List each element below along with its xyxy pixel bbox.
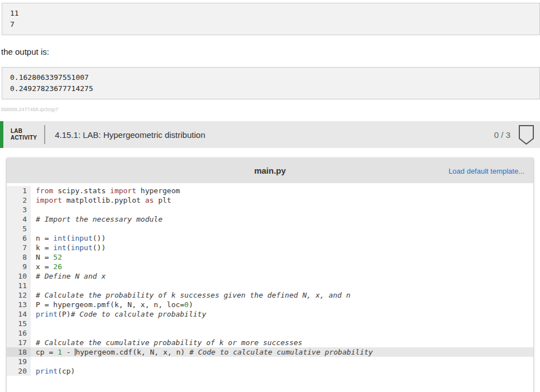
code-line[interactable]: 3 bbox=[7, 205, 533, 214]
code-line[interactable]: 19 bbox=[7, 357, 533, 366]
code-line-text bbox=[31, 281, 533, 290]
code-line-text: # Calculate the probability of k success… bbox=[31, 290, 533, 300]
line-number: 11 bbox=[7, 281, 31, 290]
line-number: 6 bbox=[7, 233, 31, 243]
code-line[interactable]: 10# Define N and x bbox=[7, 271, 533, 281]
line-number: 5 bbox=[7, 224, 31, 233]
code-line-text bbox=[31, 328, 533, 338]
code-line-text: from scipy.stats import hypergeom bbox=[31, 186, 533, 195]
divider bbox=[44, 125, 45, 144]
line-number: 18 bbox=[7, 347, 31, 357]
line-number: 4 bbox=[7, 214, 31, 224]
code-line[interactable]: 11 bbox=[7, 281, 533, 290]
code-line[interactable]: 14print(P)# Code to calculate probabilit… bbox=[7, 309, 533, 319]
shield-badge-icon bbox=[518, 125, 534, 145]
code-line-text: N = 52 bbox=[31, 252, 533, 262]
line-number: 17 bbox=[7, 338, 31, 347]
editor-header: main.py Load default template... bbox=[7, 158, 533, 183]
code-line-text bbox=[31, 357, 533, 366]
line-number: 15 bbox=[7, 319, 31, 328]
code-lines: 1from scipy.stats import hypergeom2impor… bbox=[7, 186, 533, 376]
code-line-text: # Import the necessary module bbox=[31, 214, 533, 224]
line-number: 19 bbox=[7, 357, 31, 366]
code-line[interactable]: 16 bbox=[7, 328, 533, 338]
input-line: 7 bbox=[10, 19, 532, 30]
line-number: 1 bbox=[7, 186, 31, 195]
line-number: 10 bbox=[7, 271, 31, 281]
lab-score: 0 / 3 bbox=[494, 130, 510, 140]
code-line-text: print(P)# Code to calculate probability bbox=[31, 309, 533, 319]
lab-badge-line1: LAB bbox=[11, 128, 37, 135]
output-line: 0.1628063397551007 bbox=[10, 72, 532, 83]
code-line-text: cp = 1 - hypergeom.cdf(k, N, x, n) # Cod… bbox=[31, 347, 533, 357]
line-number: 20 bbox=[7, 366, 31, 376]
output-label: the output is: bbox=[1, 47, 540, 56]
program-input-box: 11 7 bbox=[2, 3, 540, 35]
lab-activity-header: LAB ACTIVITY 4.15.1: LAB: Hypergeometric… bbox=[0, 121, 540, 148]
code-line[interactable]: 5 bbox=[7, 224, 533, 233]
line-number: 8 bbox=[7, 252, 31, 262]
line-number: 12 bbox=[7, 290, 31, 300]
code-line[interactable]: 18cp = 1 - hypergeom.cdf(k, N, x, n) # C… bbox=[7, 347, 533, 357]
code-line-text: # Calculate the cumulative probability o… bbox=[31, 338, 533, 347]
code-line-text bbox=[31, 224, 533, 233]
code-line-text: print(cp) bbox=[31, 366, 533, 376]
code-editor-area[interactable]: 1from scipy.stats import hypergeom2impor… bbox=[7, 183, 533, 376]
code-line[interactable]: 1from scipy.stats import hypergeom bbox=[7, 186, 533, 195]
line-number: 3 bbox=[7, 205, 31, 214]
input-line: 11 bbox=[10, 8, 532, 19]
code-line-text: # Define N and x bbox=[31, 271, 533, 281]
code-line[interactable]: 17# Calculate the cumulative probability… bbox=[7, 338, 533, 347]
line-number: 9 bbox=[7, 262, 31, 271]
code-line-text bbox=[31, 205, 533, 214]
line-number: 2 bbox=[7, 195, 31, 205]
editor-filename: main.py bbox=[254, 166, 286, 175]
code-line[interactable]: 9x = 26 bbox=[7, 262, 533, 271]
code-editor-card: main.py Load default template... 1from s… bbox=[7, 158, 533, 392]
program-output-box: 0.1628063397551007 0.24927823677714275 bbox=[2, 67, 540, 99]
code-line[interactable]: 15 bbox=[7, 319, 533, 328]
code-line[interactable]: 4# Import the necessary module bbox=[7, 214, 533, 224]
code-line-text: n = int(input()) bbox=[31, 233, 533, 243]
activity-id: 368688.2477458.qx3zqy7 bbox=[1, 107, 540, 112]
code-line[interactable]: 20print(cp) bbox=[7, 366, 533, 376]
code-line-text: x = 26 bbox=[31, 262, 533, 271]
line-number: 16 bbox=[7, 328, 31, 338]
line-number: 13 bbox=[7, 300, 31, 309]
code-line[interactable]: 6n = int(input()) bbox=[7, 233, 533, 243]
line-number: 7 bbox=[7, 243, 31, 252]
lab-activity-badge: LAB ACTIVITY bbox=[3, 128, 44, 141]
code-line-text bbox=[31, 319, 533, 328]
code-line-text: k = int(input()) bbox=[31, 243, 533, 252]
lab-badge-line2: ACTIVITY bbox=[11, 135, 37, 141]
lab-activity-title: 4.15.1: LAB: Hypergeometric distribution bbox=[55, 130, 494, 140]
output-line: 0.24927823677714275 bbox=[10, 83, 532, 94]
load-default-template-link[interactable]: Load default template... bbox=[448, 166, 524, 175]
code-line[interactable]: 12# Calculate the probability of k succe… bbox=[7, 290, 533, 300]
code-line[interactable]: 13P = hypergeom.pmf(k, N, x, n, loc=0) bbox=[7, 300, 533, 309]
code-line-text: P = hypergeom.pmf(k, N, x, n, loc=0) bbox=[31, 300, 533, 309]
code-line-text: import matplotlib.pyplot as plt bbox=[31, 195, 533, 205]
line-number: 14 bbox=[7, 309, 31, 319]
code-line[interactable]: 2import matplotlib.pyplot as plt bbox=[7, 195, 533, 205]
code-line[interactable]: 8N = 52 bbox=[7, 252, 533, 262]
code-line[interactable]: 7k = int(input()) bbox=[7, 243, 533, 252]
